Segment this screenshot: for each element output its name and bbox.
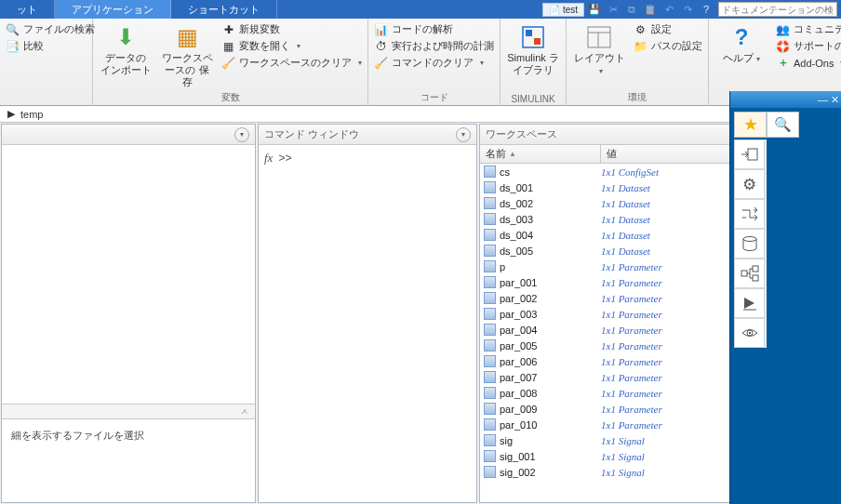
group-file: 🔍ファイルの検索 📑比較 [0,19,93,106]
group-label-env: 環境 [572,91,702,106]
new-variable-button[interactable]: ✚新規変数 [221,22,362,36]
compare-button[interactable]: 📑比較 [6,39,95,53]
variable-icon [484,181,496,193]
analyze-icon: 📊 [374,22,388,36]
hierarchy-icon[interactable] [734,259,765,288]
variable-name: par_009 [500,404,537,415]
variable-name: par_010 [500,419,537,431]
addons-button[interactable]: ＋Add-Ons [776,56,841,70]
config-gear-icon[interactable]: ⚙ [734,169,765,199]
community-button[interactable]: 👥コミュニティ [776,22,841,36]
path-chevron-icon: ▶ [7,108,15,120]
help-button[interactable]: ? ヘルプ [714,22,768,65]
preferences-button[interactable]: ⚙設定 [634,22,702,36]
support-icon: 🛟 [776,39,790,53]
variable-icon [484,308,496,320]
datastore-icon[interactable] [734,229,765,259]
simulink-library-button[interactable]: Simulink ライブラリ [506,22,560,76]
current-document-tab[interactable]: 📄 test [542,3,584,17]
new-var-icon: ✚ [221,22,235,36]
inport-icon[interactable] [734,139,765,169]
command-prompt[interactable]: fx >> [259,145,476,171]
fx-icon[interactable]: fx [264,151,273,166]
star-icon: ★ [743,114,758,135]
set-path-button[interactable]: 📁パスの設定 [634,39,702,53]
tab-cut-partial[interactable]: ット [0,0,55,19]
variable-icon [484,229,496,241]
open-variable-button[interactable]: ▦変数を開く [221,39,362,53]
tab-search[interactable]: 🔍 [767,112,799,138]
inspector-titlebar[interactable]: — ✕ [730,91,841,108]
gear-icon: ⚙ [634,22,647,36]
variable-name: ds_001 [500,182,533,193]
svg-point-13 [748,332,750,334]
tab-favorites[interactable]: ★ [734,112,767,138]
play-icon[interactable] [734,288,765,318]
inspector-tool-icons: ⚙ [734,139,767,348]
panel-menu-button[interactable]: ▾ [234,127,249,142]
tab-application[interactable]: アプリケーション [55,0,171,19]
command-window-panel: コマンド ウィンドウ ▾ fx >> [258,124,477,503]
clear-commands-button[interactable]: 🧹コマンドのクリア [374,56,494,70]
variable-icon [484,197,496,209]
group-code: 📊コードの解析 ⏱実行および時間の計測 🧹コマンドのクリア コード [368,19,501,106]
current-folder-panel: ▾ ㅅ 細を表示するファイルを選択 [1,124,256,503]
visibility-eye-icon[interactable] [734,318,765,348]
path-segment[interactable]: temp [20,109,43,120]
request-support-button[interactable]: 🛟サポートのリクエスト [776,39,841,53]
details-divider[interactable]: ㅅ [2,404,255,418]
variable-name: par_008 [500,388,537,399]
variable-name: par_004 [500,325,537,336]
column-name[interactable]: 名前▲ [480,145,601,163]
variable-icon [484,245,496,257]
variable-icon [484,434,496,446]
save-workspace-button[interactable]: ▦ ワークスペースの 保存 [160,22,214,88]
file-list[interactable] [2,145,255,404]
details-hint: 細を表示するファイルを選択 [2,418,255,502]
redo-icon[interactable]: ↷ [679,2,696,17]
group-variable: ⬇ データの インポート ▦ ワークスペースの 保存 ✚新規変数 ▦変数を開く … [93,19,368,106]
title-tabstrip: ット アプリケーション ショートカット 📄 test 💾 ✂ ⧉ 📋 ↶ ↷ ? [0,0,841,19]
panel-menu-button[interactable]: ▾ [456,127,471,142]
signal-routing-icon[interactable] [734,199,765,229]
paste-icon[interactable]: 📋 [642,2,659,17]
variable-icon [484,387,496,399]
close-icon[interactable]: ✕ [831,94,839,106]
variable-name: sig [500,435,513,446]
group-label-simulink: SIMULINK [506,94,560,106]
variable-icon [484,276,496,288]
copy-icon[interactable]: ⧉ [623,2,640,17]
variable-icon [484,403,496,415]
current-folder-address[interactable]: ▶ temp [0,106,841,123]
variable-name: p [500,261,505,272]
analyze-code-button[interactable]: 📊コードの解析 [374,22,494,36]
find-files-button[interactable]: 🔍ファイルの検索 [6,22,95,36]
minimize-icon[interactable]: — [818,94,828,105]
variable-name: par_007 [500,372,537,383]
search-docs-input[interactable] [718,2,837,17]
variable-icon [484,466,496,478]
property-inspector-dock: — ✕ ★ 🔍 ⚙ [729,91,841,504]
cut-icon[interactable]: ✂ [605,2,621,17]
path-icon: 📁 [634,39,647,53]
community-icon: 👥 [776,22,790,36]
ribbon-toolstrip: 🔍ファイルの検索 📑比較 ⬇ データの インポート ▦ ワークスペースの 保存 … [0,19,841,106]
find-files-icon: 🔍 [6,22,20,36]
variable-icon [484,450,496,462]
compare-icon: 📑 [6,39,20,53]
clear-workspace-button[interactable]: 🧹ワークスペースのクリア [221,56,362,70]
variable-name: sig_002 [500,467,536,478]
addons-icon: ＋ [776,56,790,70]
group-environment: レイアウト ⚙設定 📁パスの設定 環境 [567,19,709,106]
svg-rect-2 [534,38,541,45]
import-data-button[interactable]: ⬇ データの インポート [99,22,153,76]
tab-shortcut[interactable]: ショートカット [171,0,277,19]
help-icon[interactable]: ? [698,2,714,17]
layout-button[interactable]: レイアウト [572,22,626,77]
current-folder-header[interactable]: ▾ [2,125,255,145]
command-window-header[interactable]: コマンド ウィンドウ ▾ [259,125,476,145]
run-and-time-button[interactable]: ⏱実行および時間の計測 [374,39,494,53]
save-icon[interactable]: 💾 [586,2,603,17]
undo-icon[interactable]: ↶ [661,2,677,17]
variable-icon [484,292,496,304]
